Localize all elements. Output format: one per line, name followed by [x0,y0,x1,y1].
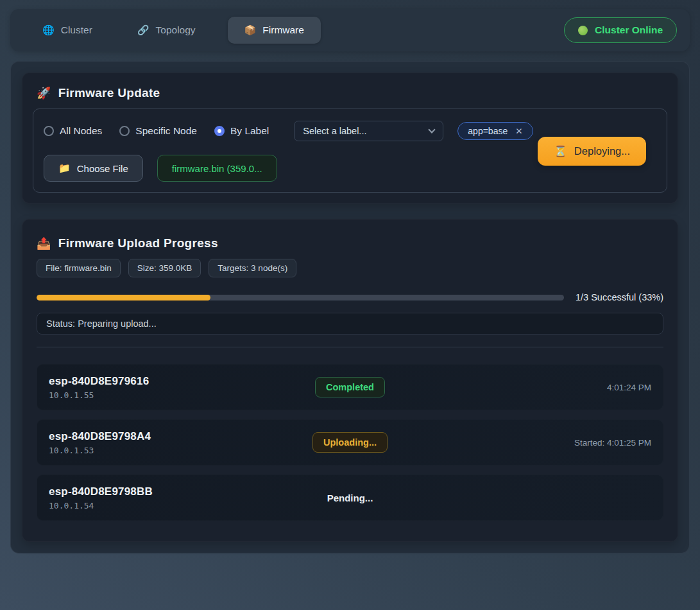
tab-topology-label: Topology [156,24,196,36]
firmware-update-title: 🚀 Firmware Update [37,86,667,100]
link-icon: 🔗 [137,24,149,36]
tab-topology[interactable]: 🔗 Topology [124,17,209,44]
online-dot-icon [578,26,588,35]
cluster-status-badge: Cluster Online [564,17,677,43]
node-info: esp-840D8E9798A4 10.0.1.53 [49,430,312,455]
node-name: esp-840D8E9798BB [49,485,317,498]
targets-meta-badge: Targets: 3 node(s) [209,259,296,277]
cluster-status-label: Cluster Online [595,24,663,36]
node-name: esp-840D8E9798A4 [49,430,312,443]
node-ip: 10.0.1.53 [49,446,312,455]
upload-progress-title: 📤 Firmware Upload Progress [37,236,663,250]
firmware-update-panel: 🚀 Firmware Update All Nodes Specific Nod… [22,73,678,204]
upload-progress-panel: 📤 Firmware Upload Progress File: firmwar… [22,219,678,542]
radio-all-nodes[interactable]: All Nodes [44,125,102,137]
label-chip-text: app=base [468,126,508,136]
node-row: esp-840D8E9798A4 10.0.1.53 Uploading... … [37,419,663,466]
radio-circle [119,126,130,136]
node-status-badge: Pending... [317,488,384,508]
target-mode-row: All Nodes Specific Node By Label Select … [44,121,538,141]
node-name: esp-840D8E979616 [49,375,315,388]
choose-file-button[interactable]: 📁 Choose File [44,155,143,182]
progress-bar [37,295,564,301]
radio-specific-node[interactable]: Specific Node [119,125,197,137]
globe-icon: 🌐 [42,24,55,36]
tab-firmware[interactable]: 📦 Firmware [228,17,321,44]
folder-icon: 📁 [58,162,71,174]
package-icon: 📦 [244,24,257,36]
node-row: esp-840D8E979616 10.0.1.55 Completed 4:0… [37,364,663,410]
node-time: Started: 4:01:25 PM [574,438,651,448]
outbox-icon: 📤 [37,236,51,250]
node-info: esp-840D8E979616 10.0.1.55 [49,375,315,400]
selected-file-button[interactable]: firmware.bin (359.0... [157,155,277,182]
chevron-down-icon [429,126,436,133]
deploy-form: All Nodes Specific Node By Label Select … [33,109,667,193]
divider [37,347,663,347]
main-content: 🚀 Firmware Update All Nodes Specific Nod… [10,61,690,553]
node-ip: 10.0.1.55 [49,390,315,400]
chip-remove-icon[interactable]: ✕ [515,126,522,136]
tab-firmware-label: Firmware [262,24,304,36]
radio-circle [44,126,54,136]
rocket-icon: 🚀 [37,86,51,100]
file-row: 📁 Choose File firmware.bin (359.0... [44,155,538,182]
node-row: esp-840D8E9798BB 10.0.1.54 Pending... [37,475,663,521]
radio-by-label[interactable]: By Label [214,125,269,137]
progress-label: 1/3 Successful (33%) [576,292,663,302]
node-time: 4:01:24 PM [607,383,651,392]
node-list: esp-840D8E979616 10.0.1.55 Completed 4:0… [37,364,663,521]
node-status-badge: Uploading... [312,432,388,453]
progress-row: 1/3 Successful (33%) [37,292,663,302]
upload-meta-row: File: firmware.bin Size: 359.0KB Targets… [37,259,663,277]
file-meta-badge: File: firmware.bin [37,259,121,277]
navbar: 🌐 Cluster 🔗 Topology 📦 Firmware Cluster … [10,9,690,51]
node-status-badge: Completed [315,377,385,397]
progress-fill [37,295,210,301]
node-ip: 10.0.1.54 [49,501,317,510]
hourglass-icon: ⏳ [554,145,567,157]
label-chip[interactable]: app=base ✕ [457,122,533,140]
tab-cluster[interactable]: 🌐 Cluster [30,17,105,44]
label-select-value: Select a label... [303,126,366,136]
radio-circle [214,126,225,136]
deploy-button[interactable]: ⏳ Deploying... [538,137,646,166]
tab-cluster-label: Cluster [61,24,92,36]
upload-status-box: Status: Preparing upload... [37,313,663,335]
node-info: esp-840D8E9798BB 10.0.1.54 [49,485,317,510]
label-select[interactable]: Select a label... [294,121,443,141]
size-meta-badge: Size: 359.0KB [128,259,201,277]
nav-tabs: 🌐 Cluster 🔗 Topology 📦 Firmware [30,17,321,44]
